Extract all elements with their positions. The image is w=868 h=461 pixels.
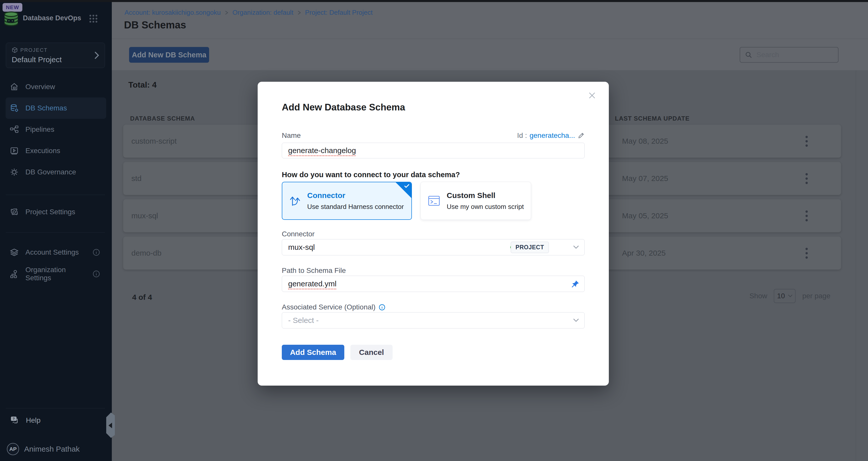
sidebar-item-db-governance[interactable]: DB Governance — [6, 161, 106, 183]
option-card-connector[interactable]: Connector Use standard Harness connector — [282, 182, 412, 220]
path-label: Path to Schema File — [282, 267, 585, 275]
schema-name: demo-db — [131, 249, 161, 257]
name-label: Name — [282, 131, 301, 140]
chevron-down-icon — [788, 294, 793, 298]
svg-text:?: ? — [13, 417, 15, 421]
id-value-link[interactable]: generatecha... — [530, 131, 575, 140]
kebab-menu-icon[interactable] — [801, 207, 812, 225]
column-header-last-schema-update: LAST SCHEMA UPDATE — [615, 115, 690, 122]
project-selector[interactable]: PROJECT Default Project — [6, 43, 105, 68]
db-schema-icon — [10, 104, 19, 113]
breadcrumb-account[interactable]: Account: kurosakiichigo.songoku — [125, 9, 221, 17]
modal-actions: Add Schema Cancel — [282, 345, 585, 360]
breadcrumb-organization[interactable]: Organization: default — [232, 9, 293, 17]
cube-icon — [12, 47, 18, 53]
search-icon — [745, 51, 752, 59]
id-prefix: Id : — [517, 131, 527, 140]
page-title: DB Schemas — [124, 19, 186, 31]
add-schema-button[interactable]: Add Schema — [282, 345, 344, 360]
schema-last-update: May 07, 2025 — [622, 174, 668, 183]
chevron-down-icon — [573, 245, 579, 249]
home-icon — [10, 82, 19, 91]
path-input[interactable]: generated.yml — [282, 276, 585, 292]
terminal-icon — [428, 195, 440, 206]
project-selector-label: PROJECT — [20, 47, 48, 53]
sidebar-item-label: Pipelines — [25, 125, 54, 134]
account-layers-icon — [10, 248, 19, 257]
sidebar-item-overview[interactable]: Overview — [6, 76, 106, 97]
sidebar: NEW Database DevOps PROJECT Default Proj… — [0, 2, 112, 461]
new-badge: NEW — [3, 3, 22, 12]
sidebar-item-label: DB Governance — [25, 168, 76, 176]
option-title: Connector — [307, 191, 404, 200]
add-database-schema-modal: Add New Database Schema Name Id : genera… — [258, 82, 609, 386]
close-icon[interactable] — [588, 91, 596, 100]
avatar: AP — [7, 443, 19, 455]
sidebar-item-label: Executions — [25, 147, 60, 155]
info-icon — [92, 249, 100, 256]
sidebar-item-label: Account Settings — [25, 248, 79, 256]
connector-label: Connector — [282, 230, 585, 238]
entity-id: Id : generatecha... — [517, 131, 585, 140]
sidebar-item-account-settings[interactable]: Account Settings — [6, 242, 106, 263]
edit-pencil-icon[interactable] — [578, 132, 585, 139]
org-hierarchy-icon — [10, 269, 19, 278]
sidebar-item-project-settings[interactable]: Project Settings — [6, 201, 106, 223]
name-input[interactable]: generate-changelog — [282, 143, 585, 158]
chevron-right-icon — [298, 10, 301, 15]
option-title: Custom Shell — [447, 191, 524, 200]
option-subtitle: Use my own custom script — [447, 203, 524, 211]
breadcrumb: Account: kurosakiichigo.songoku Organiza… — [125, 9, 373, 17]
chevron-down-icon — [573, 319, 579, 322]
sidebar-item-label: Overview — [25, 83, 55, 91]
show-label: Show — [749, 292, 767, 300]
search-placeholder: Search — [756, 51, 779, 59]
database-devops-logo — [3, 11, 19, 26]
help-chat-icon: ? — [10, 416, 19, 425]
pin-icon[interactable] — [570, 278, 581, 290]
page-size-select[interactable]: 10 — [774, 289, 796, 303]
user-menu[interactable]: AP Animesh Pathak — [6, 438, 106, 460]
scope-badge: PROJECT — [511, 242, 549, 253]
kebab-menu-icon[interactable] — [801, 244, 812, 262]
sidebar-item-label: Organization Settings — [25, 266, 86, 282]
sidebar-item-db-schemas[interactable]: DB Schemas — [6, 97, 106, 119]
path-input-value: generated.yml — [288, 279, 336, 288]
chevron-right-icon — [225, 10, 228, 15]
sidebar-item-pipelines[interactable]: Pipelines — [6, 119, 106, 140]
pagination-controls: Show 10 per page — [749, 289, 830, 303]
toolbar: Add New DB Schema Search — [112, 39, 868, 71]
sidebar-item-label: Project Settings — [25, 208, 75, 216]
connection-options: Connector Use standard Harness connector… — [282, 182, 585, 220]
pagination-range: 4 of 4 — [132, 293, 152, 302]
associated-service-select[interactable]: - Select - — [282, 312, 585, 328]
sidebar-item-help[interactable]: ? Help — [6, 410, 106, 431]
project-selector-name: Default Project — [12, 55, 105, 64]
app-grid-menu-icon[interactable] — [89, 15, 97, 22]
schema-last-update: May 08, 2025 — [622, 137, 668, 145]
associated-service-label-row: Associated Service (Optional) — [282, 303, 585, 311]
option-subtitle: Use standard Harness connector — [307, 203, 404, 211]
search-input[interactable]: Search — [740, 47, 839, 63]
connector-select[interactable]: mux-sql PROJECT — [282, 239, 585, 255]
add-db-schema-button[interactable]: Add New DB Schema — [129, 47, 209, 63]
schema-name: custom-script — [131, 137, 177, 145]
info-icon — [92, 270, 100, 278]
option-card-custom-shell[interactable]: Custom Shell Use my own custom script — [421, 182, 531, 220]
governance-gear-icon — [10, 168, 19, 177]
name-input-value: generate-changelog — [288, 146, 356, 155]
breadcrumb-project[interactable]: Project: Default Project — [305, 9, 373, 17]
name-field-header: Name Id : generatecha... — [282, 131, 585, 140]
sidebar-item-organization-settings[interactable]: Organization Settings — [6, 263, 106, 285]
connector-value: mux-sql — [288, 243, 315, 252]
user-name: Animesh Pathak — [24, 445, 80, 453]
kebab-menu-icon[interactable] — [801, 132, 812, 150]
right-rail-divider — [856, 71, 856, 461]
kebab-menu-icon[interactable] — [801, 170, 812, 187]
sidebar-item-executions[interactable]: Executions — [6, 140, 106, 161]
sidebar-divider — [6, 408, 105, 408]
associated-service-label: Associated Service (Optional) — [282, 303, 376, 311]
window-top-edge — [0, 0, 868, 2]
cancel-button[interactable]: Cancel — [350, 345, 393, 360]
info-icon[interactable] — [379, 304, 385, 311]
